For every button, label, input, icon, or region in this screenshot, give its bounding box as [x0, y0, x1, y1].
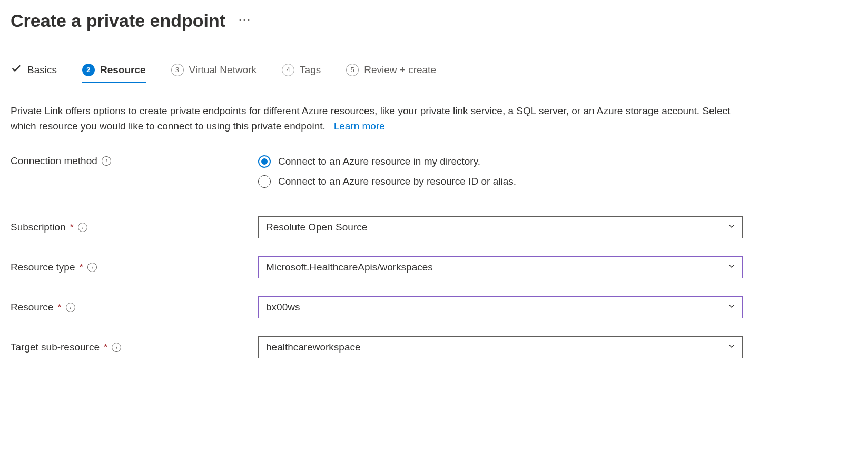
tab-review-label: Review + create: [364, 64, 436, 76]
required-marker: *: [104, 342, 107, 353]
tab-basics[interactable]: Basics: [11, 63, 57, 82]
tab-review-create[interactable]: 5 Review + create: [346, 64, 436, 82]
target-sub-resource-label: Target sub-resource: [11, 342, 100, 353]
resource-dropdown[interactable]: bx00ws: [258, 296, 743, 318]
info-icon[interactable]: i: [102, 156, 111, 166]
radio-connect-resource-id[interactable]: Connect to an Azure resource by resource…: [258, 175, 743, 188]
learn-more-link[interactable]: Learn more: [334, 120, 385, 132]
step-number-icon: 3: [171, 64, 184, 76]
required-marker: *: [70, 222, 74, 233]
tab-basics-label: Basics: [27, 64, 57, 76]
step-number-icon: 2: [82, 64, 95, 76]
subscription-value: Resolute Open Source: [266, 222, 735, 233]
connection-method-radio-group: Connect to an Azure resource in my direc…: [258, 155, 743, 188]
info-icon[interactable]: i: [66, 303, 75, 312]
resource-form: Connection method i Connect to an Azure …: [11, 155, 857, 358]
step-number-icon: 4: [282, 64, 294, 76]
resource-type-label: Resource type: [11, 262, 75, 273]
page-title: Create a private endpoint: [11, 11, 225, 31]
target-sub-resource-value: healthcareworkspace: [266, 342, 735, 353]
chevron-down-icon: [727, 302, 736, 313]
info-icon[interactable]: i: [87, 263, 97, 272]
radio-connect-directory[interactable]: Connect to an Azure resource in my direc…: [258, 155, 743, 168]
chevron-down-icon: [727, 342, 736, 353]
resource-value: bx00ws: [266, 302, 735, 313]
resource-type-value: Microsoft.HealthcareApis/workspaces: [266, 262, 735, 273]
target-sub-resource-dropdown[interactable]: healthcareworkspace: [258, 336, 743, 358]
tab-tags[interactable]: 4 Tags: [282, 64, 321, 82]
chevron-down-icon: [727, 222, 736, 233]
tab-vnet-label: Virtual Network: [189, 64, 257, 76]
radio-directory-label: Connect to an Azure resource in my direc…: [278, 156, 480, 167]
connection-method-label: Connection method: [11, 155, 97, 167]
info-icon[interactable]: i: [112, 343, 121, 352]
radio-resource-id-label: Connect to an Azure resource by resource…: [278, 176, 516, 187]
required-marker: *: [80, 262, 83, 273]
info-icon[interactable]: i: [78, 223, 87, 232]
required-marker: *: [57, 302, 61, 313]
tab-resource[interactable]: 2 Resource: [82, 64, 146, 83]
resource-label: Resource: [11, 302, 53, 313]
resource-type-dropdown[interactable]: Microsoft.HealthcareApis/workspaces: [258, 256, 743, 278]
tab-virtual-network[interactable]: 3 Virtual Network: [171, 64, 257, 82]
tab-resource-label: Resource: [100, 64, 146, 76]
tab-tags-label: Tags: [300, 64, 321, 76]
subscription-dropdown[interactable]: Resolute Open Source: [258, 216, 743, 238]
radio-icon: [258, 175, 271, 188]
checkmark-icon: [11, 63, 22, 77]
more-icon[interactable]: ⋯: [238, 13, 252, 29]
subscription-label: Subscription: [11, 222, 66, 233]
chevron-down-icon: [727, 262, 736, 273]
description-text: Private Link offers options to create pr…: [11, 103, 748, 134]
step-number-icon: 5: [346, 64, 359, 76]
wizard-tabs: Basics 2 Resource 3 Virtual Network 4 Ta…: [11, 63, 857, 82]
radio-icon: [258, 155, 271, 168]
